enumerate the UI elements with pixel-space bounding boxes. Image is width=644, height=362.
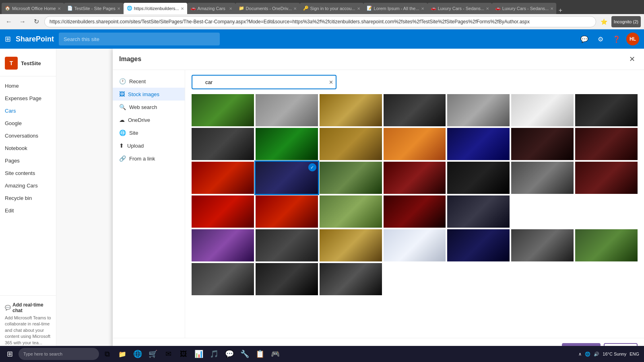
- modal-nav-onedrive[interactable]: ☁ OneDrive: [113, 113, 185, 126]
- image-cell-5[interactable]: [447, 94, 510, 126]
- image-cell-13[interactable]: [511, 128, 574, 160]
- image-cell-11[interactable]: [384, 128, 446, 160]
- back-button[interactable]: ←: [3, 16, 14, 27]
- new-tab-button[interactable]: +: [556, 7, 565, 14]
- taskbar-app6[interactable]: 🎮: [268, 347, 283, 361]
- waffle-menu[interactable]: ⊞: [5, 35, 11, 43]
- image-cell-26[interactable]: [447, 195, 510, 228]
- sidebar-item-conversations[interactable]: Conversations: [0, 130, 56, 142]
- tab-office-home[interactable]: 🏠 Microsoft Office Home ✕: [2, 3, 64, 14]
- image-cell-35[interactable]: [192, 263, 254, 295]
- address-input[interactable]: [44, 16, 596, 27]
- tab-close-5[interactable]: ✕: [293, 6, 297, 11]
- image-cell-6[interactable]: [511, 94, 574, 126]
- image-cell-12[interactable]: [447, 128, 510, 160]
- user-avatar[interactable]: HL: [626, 33, 639, 45]
- image-cell-14[interactable]: [575, 128, 638, 160]
- tab-close-9[interactable]: ✕: [550, 6, 553, 11]
- image-cell-29[interactable]: [256, 229, 318, 261]
- settings-icon[interactable]: ⚙: [594, 33, 607, 45]
- tab-testsite[interactable]: 📄 TestSite - Site Pages ✕: [64, 3, 124, 14]
- sidebar-item-expenses[interactable]: Expenses Page: [0, 92, 56, 105]
- sidebar-item-amazing-cars[interactable]: Amazing Cars: [0, 179, 56, 192]
- tab-close-3[interactable]: ✕: [181, 6, 184, 11]
- tray-network[interactable]: 🌐: [585, 352, 590, 357]
- extensions-button[interactable]: ⭐: [599, 16, 610, 27]
- image-cell-2[interactable]: [256, 94, 318, 126]
- image-cell-33[interactable]: [511, 229, 574, 261]
- taskbar-store[interactable]: 🛒: [146, 347, 160, 361]
- modal-nav-web-search[interactable]: 🔍 Web search: [113, 101, 185, 113]
- taskbar-app4[interactable]: 🔧: [237, 347, 252, 361]
- tab-onedrive[interactable]: 📁 Documents - OneDriv... ✕: [235, 3, 300, 14]
- sidebar-item-home[interactable]: Home: [0, 80, 56, 92]
- image-cell-31[interactable]: [384, 229, 446, 261]
- image-cell-9[interactable]: [256, 128, 318, 160]
- modal-nav-site[interactable]: 🌐 Site: [113, 126, 185, 139]
- image-cell-27[interactable]: [511, 195, 638, 228]
- sidebar-item-cars[interactable]: Cars: [0, 105, 56, 117]
- sidebar-item-notebook[interactable]: Notebook: [0, 142, 56, 154]
- modal-nav-recent[interactable]: 🕐 Recent: [113, 75, 185, 88]
- taskbar-mail[interactable]: ✉: [161, 347, 175, 361]
- modal-close-button[interactable]: ✕: [626, 53, 638, 65]
- image-cell-22[interactable]: [192, 195, 254, 228]
- image-cell-30[interactable]: [320, 229, 382, 261]
- image-cell-18[interactable]: [384, 162, 446, 194]
- image-cell-37[interactable]: [320, 263, 382, 295]
- image-cell-20[interactable]: [511, 162, 574, 194]
- taskbar-app3[interactable]: 💬: [222, 347, 237, 361]
- site-search-input[interactable]: [59, 33, 220, 45]
- sidebar-item-edit[interactable]: Edit: [0, 204, 56, 217]
- modal-nav-stock-images[interactable]: 🖼 Stock images: [113, 88, 185, 101]
- tab-amazing-cars[interactable]: 🚗 Amazing Cars ✕: [187, 3, 235, 14]
- image-cell-16-selected[interactable]: ✓: [256, 162, 318, 194]
- sidebar-item-site-contents[interactable]: Site contents: [0, 167, 56, 179]
- taskbar-photos[interactable]: 🖼: [176, 347, 191, 361]
- tab-close-7[interactable]: ✕: [421, 6, 424, 11]
- image-cell-15[interactable]: [192, 162, 254, 194]
- sidebar-item-recycle-bin[interactable]: Recycle bin: [0, 192, 56, 204]
- incognito-indicator[interactable]: Incognito (2): [611, 16, 641, 27]
- forward-button[interactable]: →: [17, 16, 28, 27]
- tab-close-8[interactable]: ✕: [486, 6, 489, 11]
- image-cell-23[interactable]: [256, 195, 318, 228]
- image-grid-container[interactable]: ✓: [185, 94, 644, 338]
- reload-button[interactable]: ↻: [31, 16, 42, 27]
- taskbar-edge[interactable]: 🌐: [130, 347, 145, 361]
- image-cell-10[interactable]: [320, 128, 382, 160]
- tray-notification[interactable]: ∧: [578, 352, 582, 357]
- image-cell-25[interactable]: [384, 195, 446, 228]
- search-clear-button[interactable]: ✕: [329, 79, 333, 85]
- taskbar-search-input[interactable]: [19, 348, 99, 360]
- image-cell-32[interactable]: [447, 229, 510, 261]
- tab-citizenbuilders[interactable]: 🌐 https://citizenbuilders... ✕: [124, 3, 187, 14]
- tab-close-6[interactable]: ✕: [357, 6, 360, 11]
- image-cell-4[interactable]: [384, 94, 446, 126]
- image-cell-21[interactable]: [575, 162, 638, 194]
- tab-signin[interactable]: 🔑 Sign in to your accou... ✕: [300, 3, 363, 14]
- taskbar-app5[interactable]: 📋: [253, 347, 267, 361]
- image-cell-19[interactable]: [447, 162, 510, 194]
- image-search-input[interactable]: [192, 75, 336, 89]
- start-button[interactable]: ⊞: [2, 347, 18, 361]
- taskbar-task-view[interactable]: ⧉: [100, 347, 114, 361]
- taskbar-file-explorer[interactable]: 📁: [115, 347, 130, 361]
- chat-icon[interactable]: 💬: [578, 33, 591, 45]
- image-cell-36[interactable]: [256, 263, 318, 295]
- image-cell-8[interactable]: [192, 128, 254, 160]
- tab-close-4[interactable]: ✕: [229, 6, 232, 11]
- image-cell-28[interactable]: [192, 229, 254, 261]
- image-cell-24[interactable]: [320, 195, 382, 228]
- image-cell-17[interactable]: [320, 162, 382, 194]
- image-cell-34[interactable]: [575, 229, 638, 261]
- tab-close-1[interactable]: ✕: [58, 6, 61, 11]
- taskbar-app1[interactable]: 📊: [192, 347, 206, 361]
- tab-luxury-cars-2[interactable]: 🚗 Luxury Cars - Sedans... ✕: [492, 3, 556, 14]
- sidebar-item-pages[interactable]: Pages: [0, 154, 56, 167]
- tab-lorem[interactable]: 📝 Lorem Ipsum - All the... ✕: [363, 3, 427, 14]
- modal-nav-from-link[interactable]: 🔗 From a link: [113, 152, 185, 165]
- sidebar-item-google[interactable]: Google: [0, 117, 56, 130]
- tray-volume[interactable]: 🔊: [594, 352, 599, 357]
- modal-nav-upload[interactable]: ⬆ Upload: [113, 139, 185, 152]
